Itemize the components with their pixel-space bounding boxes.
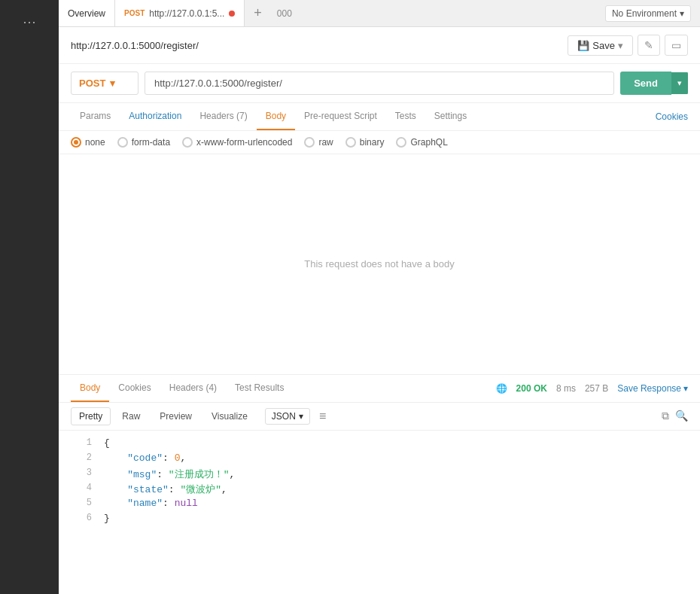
resp-tab-test-results[interactable]: Test Results [226, 375, 293, 402]
save-button[interactable]: 💾 Save ▾ [568, 35, 633, 56]
json-line-1: 1 { [59, 437, 700, 452]
json-format-label: JSON [272, 411, 296, 422]
search-icon[interactable]: 🔍 [675, 410, 688, 422]
body-type-none[interactable]: none [71, 137, 105, 148]
url-actions: 💾 Save ▾ ✎ ▭ [568, 35, 688, 56]
tab-add-button[interactable]: + [245, 5, 271, 21]
format-raw[interactable]: Raw [114, 407, 148, 425]
line-num-4: 4 [71, 483, 92, 493]
tab-tests[interactable]: Tests [386, 103, 425, 130]
body-type-none-label: none [85, 137, 105, 148]
globe-icon: 🌐 [496, 383, 507, 394]
tab-settings[interactable]: Settings [425, 103, 476, 130]
response-time: 8 ms [556, 383, 576, 394]
body-type-formdata[interactable]: form-data [117, 137, 170, 148]
json-format-arrow: ▾ [299, 411, 303, 422]
radio-binary-dot [345, 137, 356, 148]
tab-authorization[interactable]: Authorization [120, 103, 190, 130]
request-bar: POST ▾ Send ▾ [59, 64, 700, 103]
send-dropdown-button[interactable]: ▾ [671, 72, 688, 94]
format-bar: Pretty Raw Preview Visualize JSON ▾ ≡ ⧉ … [59, 403, 700, 431]
json-line-5: 5 "name": null [59, 497, 700, 512]
tab-overview[interactable]: Overview [59, 0, 115, 26]
format-preview[interactable]: Preview [151, 407, 200, 425]
empty-body-message: This request does not have a body [59, 154, 700, 374]
body-type-graphql[interactable]: GraphQL [396, 137, 447, 148]
edit-button[interactable]: ✎ [638, 35, 660, 56]
body-type-raw-label: raw [318, 137, 333, 148]
line-content-5: "name": null [104, 498, 198, 509]
json-viewer: 1 { 2 "code": 0, 3 "msg": "注册成功！", 4 "s [59, 431, 700, 595]
filter-icon[interactable]: ≡ [319, 410, 326, 423]
response-section: Body Cookies Headers (4) Test Results 🌐 … [59, 374, 700, 595]
save-label: Save [592, 40, 615, 51]
body-type-urlencoded[interactable]: x-www-form-urlencoded [182, 137, 292, 148]
tab-request[interactable]: POST http://127.0.0.1:5... [115, 0, 245, 26]
tab-status-dot [229, 11, 235, 17]
send-button-group: Send ▾ [620, 72, 688, 95]
radio-urlencoded-dot [182, 137, 193, 148]
line-num-3: 3 [71, 468, 92, 478]
body-type-binary[interactable]: binary [345, 137, 385, 148]
save-disk-icon: 💾 [577, 40, 589, 51]
resp-tab-body[interactable]: Body [71, 375, 109, 402]
radio-raw-dot [304, 137, 315, 148]
resp-tab-headers[interactable]: Headers (4) [160, 375, 226, 402]
tab-params[interactable]: Params [71, 103, 120, 130]
method-label: POST [79, 78, 105, 89]
url-display: http://127.0.0.1:5000/register/ [71, 40, 560, 51]
tab-overview-label: Overview [68, 8, 105, 19]
resp-tab-cookies[interactable]: Cookies [109, 375, 160, 402]
tab-bar: Overview POST http://127.0.0.1:5... + 00… [59, 0, 700, 27]
save-dropdown-arrow: ▾ [618, 40, 623, 51]
request-tabs: Params Authorization Headers (7) Body Pr… [59, 103, 700, 131]
env-arrow-icon: ▾ [680, 8, 684, 19]
tab-url: http://127.0.0.1:5... [149, 8, 224, 19]
environment-select[interactable]: No Environment ▾ [605, 5, 691, 22]
response-tabs: Body Cookies Headers (4) Test Results 🌐 … [59, 375, 700, 403]
send-main-button[interactable]: Send [620, 72, 671, 95]
line-content-2: "code": 0, [104, 452, 186, 464]
line-content-4: "state": "微波炉", [104, 483, 227, 496]
line-num-1: 1 [71, 437, 92, 448]
tab-pre-request[interactable]: Pre-request Script [295, 103, 386, 130]
tab-count: 000 [271, 8, 298, 19]
request-url-input[interactable] [145, 72, 614, 95]
line-num-6: 6 [71, 513, 92, 523]
edit-icon: ✎ [644, 39, 653, 51]
radio-formdata-dot [117, 137, 128, 148]
method-arrow-icon: ▾ [110, 78, 115, 89]
radio-graphql-dot [396, 137, 406, 148]
json-line-4: 4 "state": "微波炉", [59, 482, 700, 497]
tab-body[interactable]: Body [257, 103, 295, 130]
more-icon[interactable]: ⋯ [17, 8, 42, 36]
url-bar: http://127.0.0.1:5000/register/ 💾 Save ▾… [59, 27, 700, 64]
sidebar: ⋯ [0, 0, 59, 594]
body-type-raw[interactable]: raw [304, 137, 333, 148]
format-pretty[interactable]: Pretty [71, 407, 111, 425]
line-num-5: 5 [71, 498, 92, 508]
json-line-2: 2 "code": 0, [59, 452, 700, 467]
copy-icon[interactable]: ⧉ [662, 410, 669, 422]
body-type-binary-label: binary [360, 137, 385, 148]
format-icons: ⧉ 🔍 [662, 410, 688, 422]
main-content: Overview POST http://127.0.0.1:5... + 00… [59, 0, 700, 594]
response-size: 257 B [585, 383, 608, 394]
tab-headers[interactable]: Headers (7) [190, 103, 256, 130]
json-line-3: 3 "msg": "注册成功！", [59, 467, 700, 482]
comment-button[interactable]: ▭ [665, 35, 688, 56]
format-visualize[interactable]: Visualize [203, 407, 256, 425]
line-content-3: "msg": "注册成功！", [104, 468, 235, 481]
comment-icon: ▭ [671, 39, 681, 51]
body-type-bar: none form-data x-www-form-urlencoded raw… [59, 131, 700, 154]
method-select[interactable]: POST ▾ [71, 72, 138, 95]
save-response-button[interactable]: Save Response ▾ [617, 383, 688, 394]
cookies-link[interactable]: Cookies [656, 111, 688, 122]
tab-method-badge: POST [124, 9, 145, 17]
response-meta: 🌐 200 OK 8 ms 257 B Save Response ▾ [496, 383, 688, 394]
line-num-2: 2 [71, 452, 92, 463]
line-content-1: { [104, 437, 110, 449]
env-label: No Environment [612, 8, 677, 19]
json-line-6: 6 } [59, 512, 700, 527]
json-format-select[interactable]: JSON ▾ [265, 408, 310, 425]
